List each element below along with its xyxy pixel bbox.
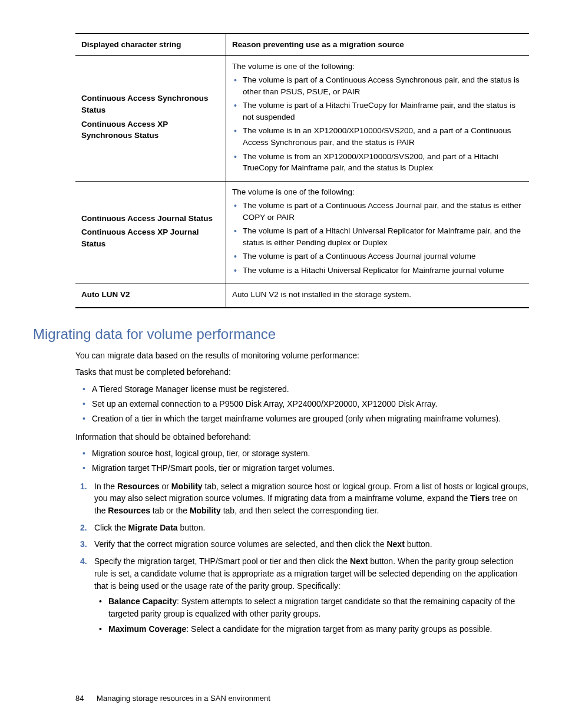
col-header-1: Displayed character string [75,34,226,55]
step-text: or [160,482,171,491]
sub-text: : Select a candidate for the migration t… [186,624,492,634]
step-text: Click the [94,523,128,532]
list-item: The volume is part of a Hitachi TrueCopy… [243,100,523,123]
step-item: In the Resources or Mobility tab, select… [94,480,529,517]
row-label-cell: Auto LUN V2 [75,284,226,308]
paragraph: You can migrate data based on the result… [75,350,529,361]
cell-intro: The volume is one of the following: [232,187,355,196]
table-row: Auto LUN V2 Auto LUN V2 is not installed… [75,284,529,308]
page-footer: 84 Managing storage resources in a SAN e… [75,694,529,703]
col-header-2: Reason preventing use as a migration sou… [226,34,530,55]
list-item: The volume is part of a Continuous Acces… [243,74,523,97]
paragraph: Information that should be obtained befo… [75,431,529,443]
list-item: Migration source host, logical group, ti… [92,447,529,459]
step-bold: Migrate Data [128,523,178,532]
step-item: Verify that the correct migration source… [94,538,529,551]
list-item: Set up an external connection to a P9500… [92,398,529,410]
step-bold: Next [350,556,368,566]
sub-item: Maximum Coverage: Select a candidate for… [108,623,529,635]
row-label-cell: Continuous Access Synchronous Status Con… [75,55,226,181]
cell-list: The volume is part of a Continuous Acces… [232,200,523,276]
section-heading: Migrating data for volume performance [33,326,529,342]
row-label: Continuous Access Journal Status [81,213,220,225]
list-item: Creation of a tier in which the target m… [92,413,529,424]
step-text: Specify the migration target, THP/Smart … [94,556,350,566]
step-bold: Mobility [171,482,203,491]
step-text: In the [94,482,117,491]
row-label: Continuous Access Synchronous Status [81,93,220,116]
step-sublist: Balance Capacity: System attempts to sel… [94,595,529,635]
step-text: tab, and then select the corresponding t… [221,506,379,515]
cell-list: The volume is part of a Continuous Acces… [232,74,523,174]
sub-bold: Maximum Coverage [108,624,186,634]
cell-intro: The volume is one of the following: [232,62,355,71]
row-label: Continuous Access XP Journal Status [81,226,220,249]
step-bold: Next [386,539,404,549]
step-text: tab or the [150,506,190,515]
row-label: Continuous Access XP Synchronous Status [81,118,220,141]
sub-item: Balance Capacity: System attempts to sel… [108,595,529,620]
tasks-list: A Tiered Storage Manager license must be… [75,383,529,425]
step-text: button. [405,539,432,549]
list-item: The volume is in an XP12000/XP10000/SVS2… [243,125,523,148]
page-number: 84 [75,694,84,703]
row-label: Auto LUN V2 [81,289,220,301]
table-row: Continuous Access Synchronous Status Con… [75,55,529,181]
section-body: You can migrate data based on the result… [75,350,529,635]
table-header-row: Displayed character string Reason preven… [75,34,529,55]
table-row: Continuous Access Journal Status Continu… [75,181,529,284]
footer-title: Managing storage resources in a SAN envi… [97,694,270,703]
paragraph: Tasks that must be completed beforehand: [75,366,529,378]
row-label-cell: Continuous Access Journal Status Continu… [75,181,226,284]
steps-list: In the Resources or Mobility tab, select… [75,480,529,635]
step-text: Verify that the correct migration source… [94,539,386,549]
step-bold: Mobility [190,506,221,515]
info-list: Migration source host, logical group, ti… [75,447,529,475]
list-item: The volume is a Hitachi Universal Replic… [243,265,523,276]
list-item: A Tiered Storage Manager license must be… [92,383,529,395]
step-text: button. [178,523,206,532]
list-item: The volume is part of a Hitachi Universa… [243,225,523,248]
row-reason-cell: The volume is one of the following: The … [226,181,530,284]
list-item: The volume is from an XP12000/XP10000/SV… [243,151,523,174]
list-item: The volume is part of a Continuous Acces… [243,200,523,223]
step-bold: Resources [117,482,160,491]
step-bold: Tiers [470,493,490,503]
row-reason-cell: Auto LUN V2 is not installed in the stor… [226,284,530,308]
step-item: Click the Migrate Data button. [94,522,529,534]
step-bold: Resources [108,506,150,515]
step-item: Specify the migration target, THP/Smart … [94,555,529,635]
row-reason-cell: The volume is one of the following: The … [226,55,530,181]
list-item: The volume is part of a Continuous Acces… [243,251,523,262]
sub-bold: Balance Capacity [108,597,177,606]
reason-table: Displayed character string Reason preven… [75,33,529,308]
cell-intro: Auto LUN V2 is not installed in the stor… [232,290,411,299]
list-item: Migration target THP/Smart pools, tier o… [92,462,529,474]
